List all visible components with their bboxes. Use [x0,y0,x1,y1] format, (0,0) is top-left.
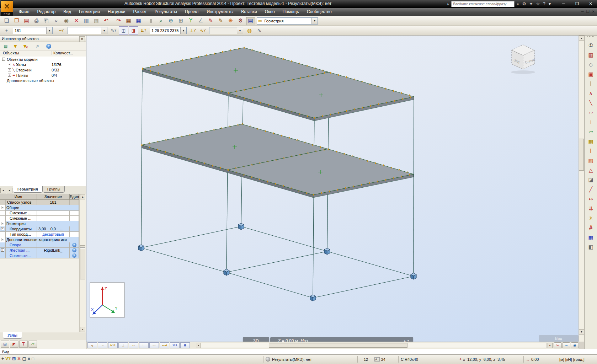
property-row-7[interactable]: Тип коорд...декартовый [0,232,79,237]
open-project-button[interactable]: ❐ [12,17,21,25]
wireframe-view-icon[interactable]: ▢ [22,356,26,361]
level-up-down-icons[interactable]: ▲▼ [403,339,410,342]
local-axes-icon[interactable]: ∟ [139,342,149,348]
tree-item-1[interactable]: −Объекты модели [0,57,86,62]
view-mode-button[interactable]: 3D [243,337,269,342]
support-symbols-icon[interactable]: ⊥ [118,342,128,348]
quick-view-icon[interactable]: ◉ [571,342,579,348]
nodes-icon[interactable]: ∧ [586,89,596,98]
loads-icon[interactable]: ⇊ [586,204,596,213]
tree-expander[interactable]: + [8,68,11,71]
support-inspect-button[interactable]: ⊥? [188,26,198,35]
tabs-scroll-right[interactable]: ▸ [7,188,12,193]
release-inspect-button[interactable]: ∿? [198,26,208,35]
section-ring-button[interactable]: ◍ [245,26,254,35]
layout-combo[interactable]: ▭Геометрия▾ [257,17,318,25]
property-row-11[interactable]: Совмести...? [0,253,79,258]
minimize-button[interactable]: ─ [559,0,568,7]
row-expander[interactable]: − [1,206,4,209]
shaded-view-icon[interactable]: ■ [28,356,30,361]
menu-2[interactable]: Редактор [33,8,60,16]
row-expander[interactable]: − [1,222,4,225]
dimension-icon[interactable]: ↔ [586,194,596,204]
menu-5[interactable]: Нагрузки [104,8,129,16]
node-numbers-icon[interactable]: η. [87,342,97,348]
pan-button[interactable]: ⊕ [166,17,176,25]
scroll-down-button[interactable]: ▼ [80,327,85,332]
frame-generator-icon[interactable]: # [586,223,596,232]
copy-button[interactable]: ▥ [81,17,91,25]
select-query-icon[interactable]: V? [5,356,11,361]
menu-12[interactable]: Помощь [279,8,303,16]
menu-10[interactable]: Вставки [237,8,261,16]
attributes-icon[interactable]: and [160,342,169,348]
structure-inspector-icon[interactable]: ⊞ [1,341,9,348]
row-expander[interactable]: + [1,227,4,230]
case-selection-combo[interactable]: ▾ [209,27,243,34]
bar-numbers-icon[interactable]: n [98,342,107,348]
bar-selection-combo[interactable]: ▾ [68,27,107,34]
paste-button[interactable]: ▧ [91,17,101,25]
filter-icon[interactable]: ▼ [11,42,20,50]
menu-6[interactable]: Расчет [129,8,151,16]
calculation-report-button[interactable]: ▦ [134,17,143,25]
filter-delete-icon[interactable]: ▼✕ [21,42,29,50]
snap-settings-icon[interactable]: + [1,356,4,361]
view-cube[interactable] [512,45,534,69]
support-nodes[interactable] [138,223,416,301]
tree-item-4[interactable]: +▰Плиты0/4 [0,73,86,78]
robot-logo[interactable]: ✕ PRO [1,0,13,16]
load-inspect-button[interactable]: ⇊? [139,26,148,35]
tab-1[interactable]: Геометрия [13,186,43,193]
viewport-vscrollbar[interactable]: ▲ ▼ [579,36,584,342]
connection-inspector-icon[interactable]: ◤ [10,341,18,348]
claddings-icon[interactable]: ▨ [586,156,596,165]
hscroll-track[interactable] [201,343,547,348]
bar-sections-icon[interactable]: I [586,146,596,156]
solids-icon[interactable]: ◪ [586,175,596,184]
hscroll-right-button[interactable]: ▸ [548,343,553,348]
hscroll-thumb[interactable] [269,343,407,348]
menu-11[interactable]: Окно [261,8,279,16]
bar-division-icon[interactable]: ╱ [586,184,596,194]
help-icon[interactable]: ? [72,243,76,247]
delete-button[interactable]: ✕ [71,17,81,25]
solid-view-icon[interactable]: ◧ [586,242,596,252]
undo-button[interactable]: ↶ [101,17,111,25]
tree-expander[interactable]: + [8,63,11,66]
list-selection-combo[interactable]: 1 29 2373 2375 237▾ [150,27,187,34]
panels-icon[interactable]: ▱ [586,108,596,117]
panel-symbols-icon[interactable]: ▱ [129,342,138,348]
vscroll-thumb[interactable] [579,139,584,171]
node-symbols-icon[interactable]: N12 [108,342,118,348]
edit-selected-button[interactable]: ◨ [129,26,138,35]
results-status[interactable]: Результаты(МКЭ): нет [263,356,357,363]
scroll-up-button[interactable]: ▲ [80,194,85,199]
structure-wizard-icon[interactable]: ✳ [586,213,596,223]
mdi-close-button[interactable]: ✕ [592,9,595,15]
section-pipe-button[interactable]: Y [186,17,196,25]
infocenter-search-input[interactable] [451,1,515,7]
help-dropdown-icon[interactable]: ▾ [549,1,551,6]
property-row-6[interactable]: +Координаты3,00 0,0 ... [0,226,79,232]
tree-expander[interactable]: + [8,74,11,77]
annotation-button[interactable]: ✎ [216,17,225,25]
tree-item-3[interactable]: +╲Стержни0/33 [0,67,86,73]
property-row-10[interactable]: +Жесткая ...RigidLink_? [0,248,79,253]
save-project-button[interactable]: ▤ [22,17,31,25]
display-grid-icon[interactable]: ⊞ [180,342,190,348]
pointer-select-button[interactable]: ✎? [109,26,118,35]
inspector-close-button[interactable]: ✕ [79,36,85,42]
node-inspect-button[interactable]: ⌖ [2,26,11,35]
mdi-restore-button[interactable]: ❐ [586,9,590,15]
property-row-2[interactable]: −Общее [0,205,79,210]
measure-button[interactable]: ∠ [196,17,206,25]
close-button[interactable]: ✕ [586,0,595,7]
menu-1[interactable]: Файл [15,8,33,16]
render-button[interactable]: ✳ [226,17,235,25]
section-inspector-icon[interactable]: T [19,341,28,348]
print-button[interactable]: ⎙ [32,17,41,25]
communication-center-icon[interactable]: ✦ [529,1,533,6]
mdi-minimize-button[interactable]: ─ [581,9,584,15]
view-selected-button[interactable]: ◫ [119,26,128,35]
